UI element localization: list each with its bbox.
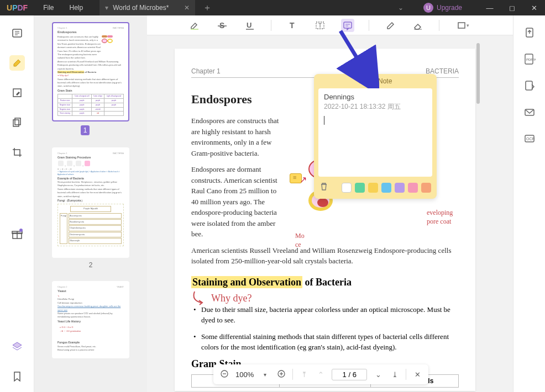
window-dropdown-icon[interactable]: ⌄ [398,4,403,12]
title-bar: UPDF File Help ▾ World of Microbes* ✕ ＋ … [0,0,545,15]
textbox-tool-icon[interactable]: T [313,19,327,32]
export-icon[interactable] [522,25,537,40]
scrollbar[interactable] [476,43,480,104]
thumbnail-page-1[interactable]: Chapter 1BACTERIA Endospores Endospores … [52,22,129,121]
new-tab-button[interactable]: ＋ [203,2,212,14]
prev-page-button[interactable]: ⌃ [315,370,326,379]
why-dye-annotation: Why dye? [211,293,459,304]
svg-rect-5 [13,120,19,126]
reader-mode-icon[interactable] [9,25,25,41]
svg-text:T: T [318,23,322,29]
document-tab[interactable]: ▾ World of Microbes* ✕ [99,0,195,15]
page-number-input[interactable]: 1 / 6 [332,369,367,380]
crop-tool-icon[interactable] [9,145,25,160]
app-logo: UPDF [7,3,28,12]
tab-title: World of Microbes* [113,4,169,12]
next-page-button[interactable]: ⌄ [373,370,384,379]
heading-staining: Staining and Observation of Bacteria [191,277,459,288]
menu-help[interactable]: Help [70,4,83,12]
svg-rect-19 [344,22,352,28]
zoom-in-button[interactable] [276,369,287,380]
right-tool-rail: PDF/A OCR [513,15,545,392]
edit-mode-icon[interactable] [9,85,25,100]
svg-rect-23 [458,23,465,28]
zoom-level: 100% [235,370,254,379]
bookmark-icon[interactable] [9,369,25,384]
thumbnail-page-2[interactable]: Chapter 1BACTERIA Gram Staining Procedur… [52,147,129,258]
gift-icon[interactable] [9,226,25,242]
thumbnail-number-1: 1 [81,125,90,135]
upgrade-button[interactable]: U Upgrade [423,3,462,13]
bullet-2: Some differential staining methods that … [191,331,459,353]
sticky-note-title: Sticky Note [314,74,437,88]
paragraph-2: Endospores are dormant constructs. Ameri… [191,164,280,240]
tab-close-icon[interactable]: ✕ [184,4,190,12]
color-swatch[interactable] [355,183,365,193]
flatten-icon[interactable] [522,78,537,93]
color-swatch[interactable] [421,183,431,193]
thumbnail-page-3[interactable]: Chapter 2YEAST Yeast ↘ Unicellular Fungi… [52,281,129,358]
sticky-note-tool-icon[interactable] [341,19,354,32]
left-tool-rail [0,15,34,392]
color-swatch[interactable] [381,183,391,193]
page-navigation-bar: 100% ▾ ⤒ ⌃ 1 / 6 ⌄ ⤓ ✕ [213,364,428,384]
shape-tool-icon[interactable]: ▾ [454,19,473,32]
hand-arrow-icon: ↗ [300,174,307,185]
thumbnail-number-2: 2 [46,261,135,269]
annotation-toolbar: S U T T ▾ [147,15,513,35]
pdf-a-icon[interactable]: PDF/A [522,52,537,66]
close-nav-button[interactable]: ✕ [412,370,423,379]
sticky-note-author: Dennings [324,93,427,101]
annotate-mode-icon[interactable] [9,55,25,71]
upgrade-badge-icon: U [423,3,433,13]
sticky-note-textarea[interactable] [324,116,427,160]
color-swatch[interactable] [342,183,352,193]
organize-pages-icon[interactable] [9,115,25,130]
layers-icon[interactable] [9,339,25,354]
pencil-tool-icon[interactable] [384,19,397,32]
ocr-icon[interactable]: OCR [522,131,537,146]
svg-rect-6 [15,118,20,125]
handwriting-1: Moce [295,232,305,249]
bullet-1: Due to their small size, bacteria appear… [191,304,459,326]
eraser-tool-icon[interactable] [411,19,425,32]
zoom-out-button[interactable] [219,369,230,380]
color-swatch[interactable] [368,183,378,193]
tab-dropdown-icon[interactable]: ▾ [105,4,108,12]
window-minimize-button[interactable]: — [479,0,501,15]
sticky-note-popup: Sticky Note Dennings 2022-10-21 18:13:32… [314,74,437,199]
email-icon[interactable] [522,105,537,119]
svg-text:S: S [219,21,224,30]
window-maximize-button[interactable]: ◻ [501,0,523,15]
color-swatch[interactable] [395,183,405,193]
curve-arrow-icon [191,290,210,306]
underline-tool-icon[interactable]: U [243,19,256,32]
content-area: S U T T ▾ Chapter 1 BACTERIA Endospores … [147,15,513,392]
svg-text:PDF/A: PDF/A [526,58,536,61]
delete-note-icon[interactable] [319,182,328,193]
svg-rect-11 [191,29,198,30]
highlighter-tool-icon[interactable] [188,19,201,32]
window-close-button[interactable]: ✕ [523,0,545,15]
menu-file[interactable]: File [43,4,54,12]
paragraph-3: American scientists Russell Vreeland and… [191,245,459,267]
color-swatch[interactable] [408,183,418,193]
svg-rect-32 [526,81,532,90]
last-page-button[interactable]: ⤓ [389,370,400,379]
zoom-dropdown-icon[interactable]: ▾ [259,372,270,378]
svg-text:T: T [290,21,295,30]
svg-point-10 [19,229,23,232]
strikethrough-tool-icon[interactable]: S [216,19,229,32]
paragraph-1: Endospores are constructs that are highl… [191,115,280,158]
svg-text:U: U [247,21,251,29]
chapter-label: Chapter 1 [191,67,221,75]
thumbnails-panel: Chapter 1BACTERIA Endospores Endospores … [34,15,147,392]
sticky-note-date: 2022-10-21 18:13:32 周五 [324,102,427,112]
text-tool-icon[interactable]: T [286,19,299,32]
handwriting-2: evelopingpore coat [427,209,453,226]
first-page-button[interactable]: ⤒ [298,370,310,379]
svg-text:OCR: OCR [526,137,535,141]
